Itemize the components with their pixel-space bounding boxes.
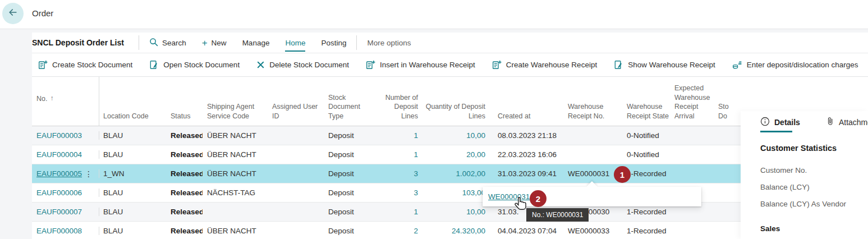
coins-icon: [732, 60, 742, 70]
column-header-receipt_state[interactable]: Warehouse Receipt State: [626, 102, 674, 126]
cell-stock_type: Deposit: [324, 131, 376, 140]
cell-stock_type: Deposit: [324, 189, 376, 197]
action-bar: Create Stock DocumentOpen Stock Document…: [32, 53, 868, 77]
sort-ascending-icon: ↑: [50, 94, 53, 103]
cell-receipt_no: WE0000033: [568, 227, 626, 235]
mouse-cursor-icon: [514, 196, 529, 215]
menu-item-manage[interactable]: Manage: [242, 33, 270, 53]
doc-edit-icon: [149, 60, 159, 70]
cell-status: Released: [166, 189, 203, 197]
panel-subsection-title: Sales: [760, 224, 868, 233]
cell-num_lines: 2: [376, 227, 420, 235]
cell-qty: 103,00: [420, 189, 486, 197]
cell-num_lines: 3: [376, 169, 420, 178]
order-no-link[interactable]: EAUF000007: [36, 208, 82, 216]
page-header: Order: [0, 0, 868, 29]
cell-qty: 10,00: [420, 131, 486, 140]
order-no-link[interactable]: EAUF000003: [36, 131, 82, 140]
list-title: SNCL Deposit Order List: [32, 38, 124, 47]
cell-location: 1_WN: [99, 169, 166, 178]
more-options-button[interactable]: More options: [367, 33, 411, 53]
cell-stock_type: Deposit: [324, 169, 376, 178]
action-delete-stock-document[interactable]: Delete Stock Document: [256, 61, 349, 69]
cell-status: Released: [166, 208, 203, 216]
menu-item-new[interactable]: +New: [202, 33, 227, 53]
cell-no: EAUF000004: [32, 150, 99, 159]
cell-no: EAUF000008: [32, 227, 99, 235]
order-no-link[interactable]: EAUF000005: [36, 169, 82, 178]
column-header-no[interactable]: No.↑: [32, 77, 99, 126]
order-no-link[interactable]: EAUF000004: [36, 150, 82, 159]
cell-num_lines: 3: [376, 189, 420, 197]
cell-stock_type: Deposit: [324, 208, 376, 216]
cell-num_lines: 1: [376, 131, 420, 140]
cell-no: EAUF000003: [32, 131, 99, 140]
doc-plus-icon: [38, 60, 48, 70]
paperclip-icon: [826, 117, 834, 128]
cell-stock_type: Deposit: [324, 150, 376, 159]
cell-location: BLAU: [99, 150, 166, 159]
cell-location: BLAU: [99, 208, 166, 216]
panel-fields: Customer No.Balance (LCY)Balance (LCY) A…: [760, 166, 868, 217]
menu-item-search[interactable]: Search: [149, 33, 186, 53]
cell-shipping: ÜBER NACHT: [203, 169, 268, 178]
panel-tabs: Details Attachments: [760, 117, 868, 132]
panel-field-label: Customer No.: [760, 166, 868, 183]
menu-item-home[interactable]: Home: [285, 33, 305, 53]
cell-receipt_state: 1-Recorded: [626, 227, 674, 235]
action-enter-deposit-dislocation-charges[interactable]: Enter deposit/dislocation charges: [732, 60, 858, 70]
action-show-warehouse-receipt[interactable]: Show Warehouse Receipt: [614, 60, 715, 70]
column-header-stock_type[interactable]: Stock Document Type: [324, 93, 376, 126]
cell-stock_type: Deposit: [324, 227, 376, 235]
cell-no: EAUF000005⋮: [32, 169, 99, 178]
x-icon: [256, 61, 265, 69]
cell-shipping: ÜBER NACHT: [203, 131, 268, 140]
menu-item-posting[interactable]: Posting: [321, 33, 346, 53]
command-bar: SNCL Deposit Order List Search+NewManage…: [32, 33, 868, 53]
cell-status: Released: [166, 150, 203, 159]
action-insert-in-warehouse-receipt[interactable]: Insert in Warehouse Receipt: [366, 60, 475, 70]
annotation-badge-2: 2: [530, 190, 546, 207]
tab-attachments[interactable]: Attachments: [826, 117, 868, 132]
column-header-qty[interactable]: Quantity of Deposit Lines: [420, 102, 486, 126]
cell-created: 31.03.2023 09:41: [486, 169, 568, 178]
cell-status: Released: [166, 169, 203, 178]
cell-status: Released: [166, 227, 203, 235]
cell-receipt_state: 0-Notified: [626, 131, 674, 140]
order-no-link[interactable]: EAUF000006: [36, 189, 82, 197]
tab-details[interactable]: Details: [760, 117, 800, 132]
column-header-shipping[interactable]: Shipping Agent Service Code: [203, 102, 268, 126]
command-menu: Search+NewManageHomePosting: [141, 33, 355, 53]
panel-section-title: Customer Statistics: [760, 144, 868, 153]
cell-shipping: ÜBER NACHT: [203, 150, 268, 159]
column-header-assigned[interactable]: Assigned User ID: [268, 102, 324, 126]
back-button[interactable]: [2, 3, 24, 24]
page-title: Order: [32, 8, 53, 18]
page: Order SNCL Deposit Order List Search+New…: [0, 0, 868, 239]
column-header-created[interactable]: Created at: [486, 112, 568, 126]
arrow-left-icon: [7, 7, 19, 20]
column-header-expected[interactable]: Expected Warehouse Receipt Arrival: [674, 84, 718, 126]
search-icon: [149, 38, 158, 48]
action-open-stock-document[interactable]: Open Stock Document: [149, 60, 240, 70]
cell-status: Released: [166, 131, 203, 140]
cell-qty: 1.002,00: [420, 169, 486, 178]
cell-location: BLAU: [99, 189, 166, 197]
details-panel: Details Attachments Customer Statistics …: [741, 111, 868, 239]
action-create-warehouse-receipt[interactable]: Create Warehouse Receipt: [492, 60, 597, 70]
column-header-num_lines[interactable]: Number of Deposit Lines: [376, 93, 420, 126]
column-header-location[interactable]: Location Code: [99, 112, 166, 126]
row-options-icon[interactable]: ⋮: [85, 169, 93, 178]
cell-created: 04.04.2023 07:04: [486, 227, 568, 235]
info-icon: [760, 117, 770, 128]
doc-plus-icon: [492, 60, 502, 70]
column-header-receipt_no[interactable]: Warehouse Receipt No.: [568, 102, 626, 126]
cell-receipt_state: 1-Recorded: [626, 169, 674, 178]
action-create-stock-document[interactable]: Create Stock Document: [38, 60, 132, 70]
column-header-status[interactable]: Status: [166, 112, 203, 126]
cell-qty: 10,00: [420, 208, 486, 216]
order-no-link[interactable]: EAUF000008: [36, 227, 82, 235]
cell-shipping: NÄCHST-TAG: [203, 189, 268, 197]
cell-qty: 20,00: [420, 150, 486, 159]
cell-no: EAUF000007: [32, 208, 99, 216]
